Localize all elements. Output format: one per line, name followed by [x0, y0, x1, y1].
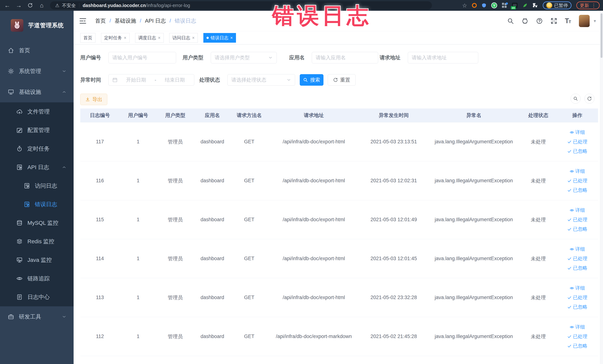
calendar-icon — [112, 77, 117, 82]
extension-grid-icon[interactable] — [502, 3, 507, 8]
app-name-input[interactable] — [312, 52, 378, 63]
tab-定时任务[interactable]: 定时任务× — [101, 33, 129, 43]
breadcrumb-api-log[interactable]: API 日志 — [145, 17, 166, 25]
sidebar-item-Redis-监控[interactable]: Redis 监控 — [0, 232, 74, 251]
action-link-已忽略[interactable]: 已忽略 — [567, 226, 587, 232]
reset-button[interactable]: 重置 — [328, 74, 356, 86]
sidebar-item-基础设施[interactable]: 基础设施 — [0, 82, 74, 102]
table-cell: 管理员 — [157, 139, 194, 145]
extension-leaf-icon[interactable] — [522, 3, 528, 8]
bookmark-star-icon[interactable]: ☆ — [462, 2, 467, 9]
address-bar[interactable]: ⚠ 不安全 dashboard.yudao.iocoder.cn /infra/… — [50, 1, 432, 10]
action-link-已忽略[interactable]: 已忽略 — [567, 148, 587, 154]
table-cell: java.lang.IllegalArgumentException — [428, 178, 520, 184]
close-tab-icon[interactable]: × — [192, 35, 195, 40]
table-cell: GET — [231, 295, 268, 300]
forward-icon[interactable]: → — [14, 1, 23, 10]
extensions-puzzle-icon[interactable] — [532, 3, 538, 8]
action-link-详细[interactable]: 详细 — [570, 246, 585, 252]
sidebar-item-Java-监控[interactable]: Java 监控 — [0, 251, 74, 269]
table-cell: 2021-05-02 23:32:28 — [360, 295, 428, 300]
action-link-详细[interactable]: 详细 — [570, 168, 585, 175]
back-icon[interactable]: ← — [3, 1, 12, 10]
page-scrollbar[interactable] — [600, 11, 603, 364]
github-icon[interactable] — [522, 18, 528, 24]
toggle-search-button[interactable] — [570, 94, 580, 104]
sidebar-item-首页[interactable]: 首页 — [0, 40, 74, 61]
scrollbar-thumb[interactable] — [601, 13, 603, 58]
action-link-已处理[interactable]: 已处理 — [567, 139, 587, 145]
action-link-已处理[interactable]: 已处理 — [567, 177, 587, 184]
action-link-详细[interactable]: 详细 — [570, 324, 585, 330]
sidebar-item-系统管理[interactable]: 系统管理 — [0, 61, 74, 82]
sidebar-item-访问日志[interactable]: 访问日志 — [0, 176, 74, 195]
table-body: 1171管理员dashboardGET/api/infra/db-doc/exp… — [80, 122, 598, 356]
extension-green-v-icon[interactable]: V — [491, 2, 497, 8]
fullscreen-icon[interactable] — [551, 18, 557, 24]
collapse-sidebar-icon[interactable] — [79, 18, 87, 24]
action-link-详细[interactable]: 详细 — [570, 129, 585, 136]
tab-错误日志[interactable]: 错误日志× — [203, 33, 236, 43]
table-cell: 2021-05-03 12:01:49 — [360, 217, 428, 223]
process-status-select[interactable]: 请选择处理状态 — [227, 74, 295, 86]
eye-icon — [570, 325, 574, 329]
action-link-详细[interactable]: 详细 — [570, 285, 585, 291]
action-link-详细[interactable]: 详细 — [570, 207, 585, 213]
breadcrumb-home[interactable]: 首页 — [95, 17, 106, 25]
chrome-update-button[interactable]: 更新 ⋮ — [576, 1, 600, 9]
export-button[interactable]: 导出 — [80, 94, 107, 105]
sidebar-item-label: MySQL 监控 — [27, 219, 58, 227]
home-icon[interactable]: ⌂ — [37, 1, 46, 10]
action-link-已忽略[interactable]: 已忽略 — [567, 304, 587, 310]
sidebar-item-label: Java 监控 — [27, 256, 52, 264]
font-size-icon[interactable]: T T — [565, 18, 571, 24]
sidebar-item-MySQL-监控[interactable]: MySQL 监控 — [0, 214, 74, 232]
refresh-table-button[interactable] — [584, 94, 594, 104]
chevron-down-icon — [268, 55, 273, 60]
tab-首页[interactable]: 首页 — [80, 33, 95, 43]
extension-orange-ring-icon[interactable] — [472, 3, 477, 8]
browser-menu-icon[interactable]: ⋮ — [591, 3, 596, 8]
sidebar-item-日志中心[interactable]: 日志中心 — [0, 288, 74, 306]
sidebar-item-错误日志[interactable]: 错误日志 — [0, 195, 74, 214]
action-link-已忽略[interactable]: 已忽略 — [567, 265, 587, 271]
extension-proxy-icon[interactable]: on — [512, 3, 518, 8]
action-link-已处理[interactable]: 已处理 — [567, 255, 587, 262]
sidebar-item-配置管理[interactable]: 配置管理 — [0, 121, 74, 140]
action-link-已处理[interactable]: 已处理 — [567, 216, 587, 223]
column-header-异常发生时间: 异常发生时间 — [360, 112, 428, 119]
reload-icon[interactable] — [26, 1, 35, 10]
action-link-已忽略[interactable]: 已忽略 — [567, 343, 587, 349]
user-menu-caret-icon[interactable]: ▾ — [594, 18, 596, 23]
chevron-down-icon — [62, 314, 67, 319]
sidebar-item-链路追踪[interactable]: 链路追踪 — [0, 269, 74, 288]
user-avatar[interactable] — [579, 15, 590, 27]
sidebar-item-API-日志[interactable]: API 日志 — [0, 158, 74, 176]
search-button[interactable]: 搜索 — [300, 74, 324, 86]
breadcrumb-infra[interactable]: 基础设施 — [115, 17, 136, 25]
action-label: 已处理 — [573, 294, 587, 301]
row-actions: 详细已处理已忽略 — [557, 324, 598, 349]
profile-paused-badge[interactable]: 已暂停 — [543, 1, 571, 9]
docs-question-icon[interactable] — [536, 18, 543, 24]
tab-访问日志[interactable]: 访问日志× — [169, 33, 198, 43]
sidebar-item-文件管理[interactable]: 文件管理 — [0, 102, 74, 121]
action-link-已处理[interactable]: 已处理 — [567, 333, 587, 340]
extension-blue-shield-icon[interactable] — [482, 3, 487, 8]
sidebar-item-定时任务[interactable]: 定时任务 — [0, 140, 74, 158]
close-tab-icon[interactable]: × — [230, 35, 233, 40]
close-tab-icon[interactable]: × — [124, 35, 127, 40]
user-type-select[interactable]: 请选择用户类型 — [211, 52, 277, 63]
header-search-icon[interactable] — [507, 18, 514, 24]
close-tab-icon[interactable]: × — [158, 35, 161, 40]
request-url-input[interactable] — [408, 52, 478, 63]
table-row: 1161管理员dashboardGET/api/infra/db-doc/exp… — [80, 161, 598, 200]
exception-time-range-picker[interactable]: 开始日期 - 结束日期 — [108, 74, 194, 86]
app-logo[interactable]: 芋道管理系统 — [0, 11, 74, 40]
user-id-input[interactable] — [108, 52, 176, 63]
tab-调度日志[interactable]: 调度日志× — [135, 33, 164, 43]
sidebar-item-研发工具[interactable]: 研发工具 — [0, 306, 74, 327]
action-link-已忽略[interactable]: 已忽略 — [567, 187, 587, 193]
action-link-已处理[interactable]: 已处理 — [567, 294, 587, 301]
table-cell: 管理员 — [157, 333, 194, 340]
